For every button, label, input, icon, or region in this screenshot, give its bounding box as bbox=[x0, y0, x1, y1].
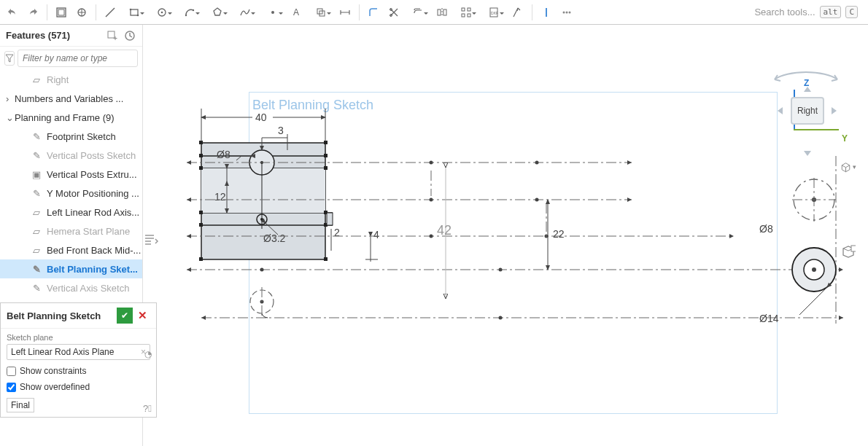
svg-rect-38 bbox=[324, 257, 328, 261]
tree-item-footprint[interactable]: ✎Footprint Sketch bbox=[0, 127, 142, 146]
dim-40: 40 bbox=[255, 112, 267, 123]
sketch-icon: ✎ bbox=[31, 130, 42, 142]
filter-input[interactable] bbox=[18, 50, 138, 67]
view-down-icon[interactable] bbox=[804, 151, 811, 156]
render-mode-button[interactable]: ▾ bbox=[840, 159, 856, 175]
tree-item-leftrod[interactable]: ▱Left Linear Rod Axis... bbox=[0, 203, 142, 222]
svg-rect-19 bbox=[468, 8, 470, 11]
view-up-icon[interactable] bbox=[804, 87, 811, 92]
svg-text:A: A bbox=[293, 7, 299, 17]
pattern-tool-button[interactable] bbox=[453, 3, 479, 22]
tree-item-right[interactable]: ▱Right bbox=[0, 70, 142, 89]
tree-item-hemera[interactable]: ▱Hemera Start Plane bbox=[0, 222, 142, 240]
polygon-tool-button[interactable] bbox=[204, 3, 230, 22]
offset-tool-button[interactable] bbox=[405, 3, 431, 22]
view-cube[interactable]: Z Y Right bbox=[759, 65, 853, 160]
sketch-tool-button[interactable] bbox=[52, 3, 71, 22]
help-icon[interactable]: ?⃝ bbox=[143, 403, 152, 414]
use-tool-button[interactable] bbox=[308, 3, 334, 22]
dim-2: 2 bbox=[334, 227, 340, 238]
show-constraints-checkbox[interactable]: Show constraints bbox=[7, 366, 150, 376]
history-icon[interactable]: ◔ bbox=[144, 349, 152, 359]
svg-point-4 bbox=[130, 8, 132, 10]
transform-tool-button[interactable] bbox=[508, 3, 527, 22]
add-feature-icon[interactable] bbox=[106, 29, 119, 42]
rollback-icon[interactable] bbox=[123, 29, 136, 42]
tree-item-numvars[interactable]: ›Numbers and Variables ... bbox=[0, 89, 142, 108]
section-view-button[interactable] bbox=[840, 243, 856, 259]
undo-button[interactable] bbox=[3, 3, 22, 22]
svg-point-77 bbox=[535, 198, 539, 202]
more-tool-button[interactable] bbox=[557, 3, 576, 22]
svg-rect-17 bbox=[443, 9, 446, 15]
view-cube-face[interactable]: Right bbox=[791, 97, 824, 125]
dim-12: 12 bbox=[214, 191, 226, 203]
mirror-tool-button[interactable] bbox=[433, 3, 452, 22]
svg-point-75 bbox=[535, 161, 539, 165]
axis-y-label: Y bbox=[842, 133, 848, 144]
confirm-button[interactable]: ✔ bbox=[117, 308, 133, 324]
search-tools[interactable]: Search tools... alt C bbox=[754, 6, 865, 18]
svg-rect-39 bbox=[199, 166, 203, 170]
top-toolbar: A DXF Search tools... alt C bbox=[0, 0, 868, 25]
sketch-plane-value: Left Linear Rod Axis Plane bbox=[11, 347, 114, 357]
constraint-tool-button[interactable] bbox=[537, 3, 556, 22]
canvas[interactable]: Belt Planning Sketch bbox=[143, 25, 868, 446]
svg-text:DXF: DXF bbox=[491, 11, 498, 15]
dim-22: 22 bbox=[553, 228, 565, 240]
svg-rect-45 bbox=[199, 223, 203, 227]
dxf-tool-button[interactable]: DXF bbox=[481, 3, 507, 22]
text-tool-button[interactable]: A bbox=[287, 3, 306, 22]
dim-4: 4 bbox=[373, 229, 379, 240]
sketch-icon: ✎ bbox=[31, 263, 42, 275]
filter-icon[interactable] bbox=[4, 51, 15, 66]
trim-tool-button[interactable] bbox=[384, 3, 403, 22]
line-tool-button[interactable] bbox=[101, 3, 120, 22]
svg-rect-21 bbox=[468, 14, 470, 17]
view-right-icon[interactable] bbox=[832, 107, 837, 114]
dimension-tool-button[interactable] bbox=[336, 3, 354, 22]
final-button[interactable]: Final bbox=[7, 398, 34, 412]
svg-rect-16 bbox=[438, 9, 441, 15]
spline-tool-button[interactable] bbox=[232, 3, 258, 22]
svg-point-81 bbox=[499, 268, 503, 272]
svg-rect-1 bbox=[58, 9, 64, 15]
cancel-button[interactable]: ✕ bbox=[134, 308, 150, 324]
circle-tool-button[interactable] bbox=[149, 3, 175, 22]
svg-point-8 bbox=[185, 14, 187, 15]
tree-item-bedfront[interactable]: ▱Bed Front Back Mid-... bbox=[0, 240, 142, 259]
sketch-dialog: Belt Planning Sketch ✔ ✕ ◔ Sketch plane … bbox=[0, 302, 157, 418]
svg-point-78 bbox=[430, 235, 433, 238]
extrude-tool-button[interactable] bbox=[72, 3, 91, 22]
rect-tool-button[interactable] bbox=[121, 3, 147, 22]
svg-rect-27 bbox=[108, 31, 115, 38]
fillet-tool-button[interactable] bbox=[364, 3, 383, 22]
tree-item-ymotor[interactable]: ✎Y Motor Positioning ... bbox=[0, 184, 142, 203]
svg-point-82 bbox=[499, 316, 503, 320]
svg-point-10 bbox=[271, 11, 274, 14]
tree-item-belt[interactable]: ✎Belt Planning Sket... bbox=[0, 259, 142, 278]
show-overdefined-checkbox[interactable]: Show overdefined bbox=[7, 382, 150, 392]
redo-button[interactable] bbox=[23, 3, 42, 22]
scroll-to-active-icon[interactable] bbox=[143, 233, 159, 249]
svg-rect-101 bbox=[851, 246, 856, 251]
shortcut-c-key: C bbox=[845, 6, 858, 18]
arc-tool-button[interactable] bbox=[177, 3, 203, 22]
sketch-plane-field[interactable]: Left Linear Rod Axis Plane × bbox=[7, 344, 150, 360]
plane-icon: ▱ bbox=[31, 244, 42, 256]
plane-icon: ▱ bbox=[31, 206, 42, 218]
svg-point-76 bbox=[430, 198, 433, 202]
svg-point-96 bbox=[812, 267, 816, 272]
view-left-icon[interactable] bbox=[778, 107, 783, 114]
tree-item-vaxis[interactable]: ✎Vertical Axis Sketch bbox=[0, 278, 142, 297]
search-placeholder-text: Search tools... bbox=[754, 7, 815, 17]
dim-3: 3 bbox=[278, 125, 284, 136]
sketch-icon: ✎ bbox=[31, 149, 42, 161]
tree-item-vposts-sketch[interactable]: ✎Vertical Posts Sketch bbox=[0, 146, 142, 165]
dim-42: 42 bbox=[437, 223, 452, 238]
tree-item-planning[interactable]: ⌄Planning and Frame (9) bbox=[0, 108, 142, 127]
point-tool-button[interactable] bbox=[260, 3, 286, 22]
plane-icon: ▱ bbox=[31, 74, 42, 85]
tree-item-vposts-extru[interactable]: ▣Vertical Posts Extru... bbox=[0, 165, 142, 184]
sketch-icon: ✎ bbox=[31, 187, 42, 199]
